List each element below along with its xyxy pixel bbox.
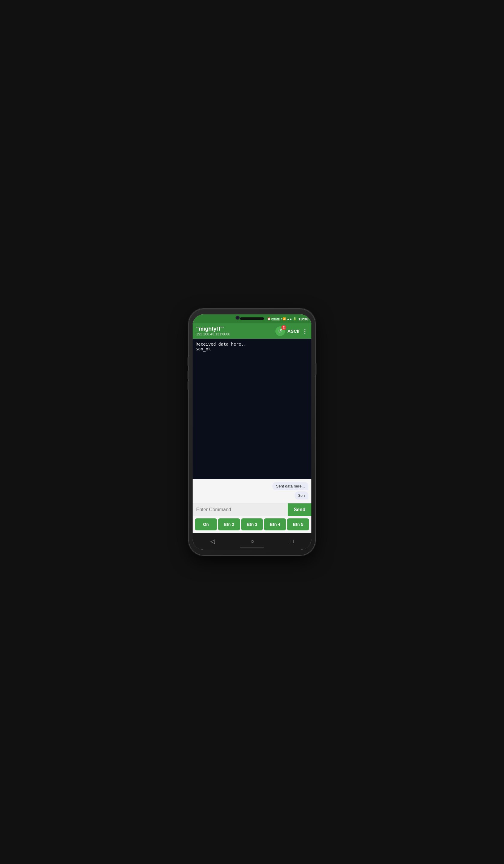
back-icon[interactable]: ◁	[210, 538, 215, 545]
quick-btn-1[interactable]: On	[195, 518, 217, 530]
phone-bottom-bar	[240, 547, 264, 549]
input-row: Send	[193, 503, 311, 516]
button-row: On Btn 2 Btn 3 Btn 4 Btn 5	[193, 516, 311, 533]
terminal-area: Received data here.. $on_ok	[193, 339, 311, 479]
connection-icon[interactable]: ↺ 2	[275, 326, 285, 336]
phone-device: ⏰ VOLTE ▾📶 ▲▲ 🔋 10:38 "mightyIT" 192.168…	[189, 309, 315, 555]
volte-badge: VOLTE	[272, 318, 280, 320]
recents-icon[interactable]: □	[290, 538, 293, 545]
wifi-icon: ▾📶	[281, 317, 286, 320]
app-bar-right: ↺ 2 ASCII ⋮	[275, 326, 308, 336]
terminal-line-1: Received data here..	[195, 342, 309, 347]
quick-btn-2[interactable]: Btn 2	[218, 518, 240, 530]
status-time: 10:38	[299, 317, 309, 321]
home-icon[interactable]: ○	[251, 538, 254, 545]
more-options-button[interactable]: ⋮	[302, 328, 308, 335]
speaker	[240, 317, 264, 320]
app-subtitle: 192.168.43.131:8080	[196, 332, 275, 336]
quick-btn-4[interactable]: Btn 4	[264, 518, 286, 530]
connection-symbol: ↺	[278, 328, 282, 334]
signal-icon: ▲▲	[287, 317, 292, 320]
sent-value-bubble: $on	[295, 491, 309, 500]
connection-badge: 2	[281, 325, 286, 330]
phone-screen: ⏰ VOLTE ▾📶 ▲▲ 🔋 10:38 "mightyIT" 192.168…	[193, 314, 311, 550]
quick-btn-3[interactable]: Btn 3	[241, 518, 263, 530]
camera	[236, 315, 240, 320]
quick-btn-5[interactable]: Btn 5	[287, 518, 309, 530]
command-input[interactable]	[193, 503, 288, 516]
alarm-icon: ⏰	[267, 317, 271, 320]
app-bar-left: "mightyIT" 192.168.43.131:8080	[196, 326, 275, 336]
app-title: "mightyIT"	[196, 326, 275, 332]
sent-label-bubble: Sent data here...	[272, 482, 309, 490]
chat-area: Sent data here... $on	[193, 479, 311, 503]
send-button[interactable]: Send	[288, 503, 311, 516]
status-icons: ⏰ VOLTE ▾📶 ▲▲ 🔋 10:38	[267, 317, 309, 321]
terminal-line-2: $on_ok	[195, 347, 309, 351]
battery-icon: 🔋	[293, 317, 296, 320]
app-bar: "mightyIT" 192.168.43.131:8080 ↺ 2 ASCII…	[193, 323, 311, 339]
ascii-button[interactable]: ASCII	[287, 328, 299, 334]
